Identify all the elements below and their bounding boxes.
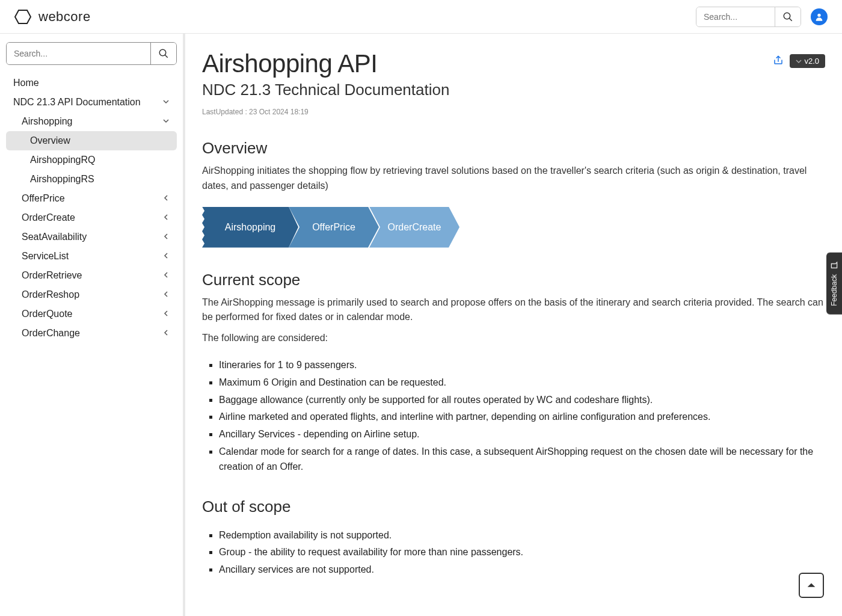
top-search-button[interactable] — [775, 7, 801, 26]
chevron-down-icon — [162, 117, 170, 126]
scroll-to-top-button[interactable] — [799, 573, 824, 598]
svg-point-4 — [159, 49, 166, 56]
flow-step-label: OfferPrice — [312, 222, 355, 233]
overview-text: AirShopping initiates the shopping flow … — [202, 164, 825, 194]
sidebar-item-servicelist[interactable]: ServiceList — [6, 247, 177, 266]
search-icon — [158, 48, 169, 59]
sidebar-item-ndc-21-3-api-documentation[interactable]: NDC 21.3 API Documentation — [6, 93, 177, 112]
list-item: Ancillary Services - depending on Airlin… — [219, 427, 825, 442]
list-item: Redemption availability is not supported… — [219, 528, 825, 543]
sidebar-item-airshoppingrq[interactable]: AirshoppingRQ — [6, 150, 177, 170]
page-subtitle: NDC 21.3 Technical Documentation — [202, 81, 449, 99]
out-of-scope-heading: Out of scope — [202, 497, 825, 516]
sidebar-item-label: AirshoppingRQ — [30, 155, 96, 165]
sidebar-search-input[interactable] — [7, 43, 150, 64]
sidebar-item-offerprice[interactable]: OfferPrice — [6, 189, 177, 208]
flow-step-label: OrderCreate — [388, 222, 441, 233]
user-icon — [814, 12, 824, 22]
flow-step-airshopping: Airshopping — [202, 207, 298, 248]
chevron-left-icon — [162, 328, 170, 338]
sidebar-item-label: Overview — [30, 135, 70, 146]
sidebar-search-button[interactable] — [150, 43, 176, 64]
list-item: Itineraries for 1 to 9 passengers. — [219, 358, 825, 373]
feedback-label: Feedback — [830, 274, 838, 306]
search-icon — [782, 11, 793, 22]
version-label: v2.0 — [804, 57, 819, 66]
list-item: Baggage allowance (currently only be sup… — [219, 393, 825, 408]
svg-line-5 — [165, 55, 168, 58]
flow-step-label: Airshopping — [225, 222, 276, 233]
share-button[interactable] — [773, 55, 784, 68]
sidebar-item-overview[interactable]: Overview — [6, 131, 177, 150]
sidebar-item-airshoppingrs[interactable]: AirshoppingRS — [6, 170, 177, 189]
list-item: Group - the ability to request availabil… — [219, 545, 825, 560]
sidebar-nav: HomeNDC 21.3 API DocumentationAirshoppin… — [6, 73, 177, 343]
out-of-scope-list: Redemption availability is not supported… — [219, 528, 825, 578]
chevron-down-icon — [162, 97, 170, 107]
chevron-left-icon — [162, 232, 170, 242]
chevron-left-icon — [162, 271, 170, 280]
sidebar-item-label: OrderCreate — [22, 212, 75, 223]
chevron-left-icon — [162, 251, 170, 261]
feedback-tab[interactable]: Feedback — [826, 253, 842, 315]
sidebar-search — [6, 42, 177, 65]
chevron-left-icon — [162, 213, 170, 223]
page-titles: Airshopping API NDC 21.3 Technical Docum… — [202, 49, 449, 116]
list-item: Maximum 6 Origin and Destination can be … — [219, 375, 825, 390]
sidebar-item-orderreshop[interactable]: OrderReshop — [6, 285, 177, 304]
sidebar-item-seatavailability[interactable]: SeatAvailability — [6, 227, 177, 247]
sidebar-item-label: Home — [13, 78, 39, 88]
svg-point-1 — [784, 13, 790, 19]
top-header: webcore — [0, 0, 842, 34]
list-item: Calendar mode for search for a range of … — [219, 445, 825, 475]
header-right — [696, 7, 828, 27]
flow-step-ordercreate: OrderCreate — [369, 207, 459, 248]
chevron-up-icon — [806, 580, 817, 591]
sidebar-item-label: Airshopping — [22, 116, 73, 127]
sidebar-item-label: AirshoppingRS — [30, 174, 94, 185]
current-scope-list: Itineraries for 1 to 9 passengers.Maximu… — [219, 358, 825, 475]
sidebar-item-ordercreate[interactable]: OrderCreate — [6, 208, 177, 227]
sidebar-item-label: OrderQuote — [22, 309, 72, 319]
svg-line-2 — [789, 18, 792, 21]
sidebar-item-orderchange[interactable]: OrderChange — [6, 324, 177, 343]
list-item: Ancillary services are not supported. — [219, 562, 825, 578]
list-item: Airline marketed and operated flights, a… — [219, 410, 825, 425]
sidebar-item-label: OrderReshop — [22, 289, 79, 300]
brand-logo[interactable]: webcore — [14, 8, 91, 25]
sidebar-item-orderquote[interactable]: OrderQuote — [6, 304, 177, 324]
main-area: HomeNDC 21.3 API DocumentationAirshoppin… — [0, 34, 842, 616]
sidebar-item-label: NDC 21.3 API Documentation — [13, 97, 141, 108]
sidebar-item-label: ServiceList — [22, 251, 69, 262]
sidebar-item-home[interactable]: Home — [6, 73, 177, 93]
top-search-input[interactable] — [696, 7, 775, 26]
sidebar-item-label: OrderChange — [22, 328, 80, 339]
page-header-row: Airshopping API NDC 21.3 Technical Docum… — [202, 49, 825, 116]
flow-step-offerprice: OfferPrice — [289, 207, 379, 248]
chevron-down-icon — [796, 58, 802, 64]
hexagon-icon — [14, 8, 31, 25]
version-selector[interactable]: v2.0 — [790, 54, 825, 68]
chevron-left-icon — [162, 290, 170, 300]
current-scope-lead: The following are considered: — [202, 331, 825, 346]
overview-heading: Overview — [202, 139, 825, 158]
chevron-left-icon — [162, 309, 170, 319]
current-scope-heading: Current scope — [202, 271, 825, 289]
content: Airshopping API NDC 21.3 Technical Docum… — [185, 34, 842, 616]
page-title: Airshopping API — [202, 49, 449, 78]
brand-name: webcore — [38, 9, 91, 25]
sidebar-item-label: SeatAvailability — [22, 232, 87, 242]
chevron-left-icon — [162, 194, 170, 203]
sidebar: HomeNDC 21.3 API DocumentationAirshoppin… — [0, 34, 185, 616]
svg-marker-0 — [15, 10, 31, 23]
page-header-actions: v2.0 — [773, 54, 825, 68]
flow-diagram: Airshopping OfferPrice OrderCreate — [202, 207, 825, 248]
avatar[interactable] — [811, 8, 828, 25]
svg-point-3 — [817, 13, 820, 16]
sidebar-item-orderretrieve[interactable]: OrderRetrieve — [6, 266, 177, 285]
chat-icon — [830, 261, 838, 270]
top-search — [696, 7, 801, 27]
page-last-updated: LastUpdated : 23 Oct 2024 18:19 — [202, 108, 449, 116]
sidebar-item-label: OfferPrice — [22, 193, 65, 204]
sidebar-item-airshopping[interactable]: Airshopping — [6, 112, 177, 131]
